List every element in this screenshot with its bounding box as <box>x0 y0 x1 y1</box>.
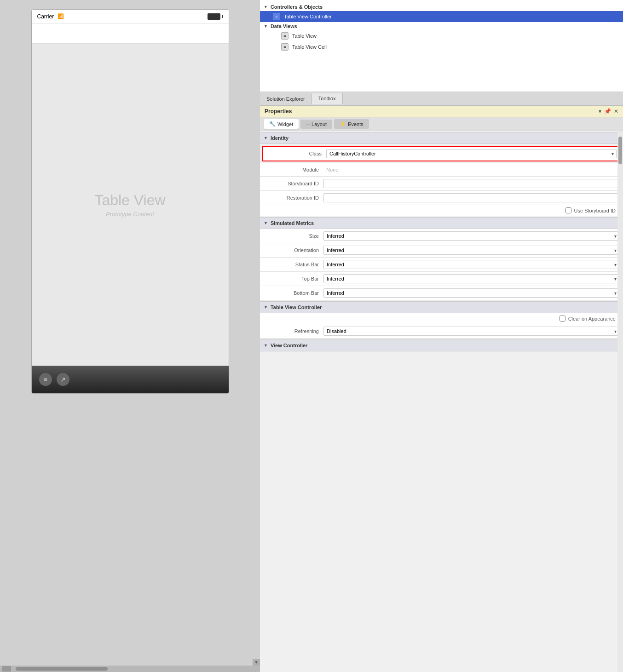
use-storyboard-id-row: Use Storyboard ID <box>260 205 623 216</box>
tree-item-table-view-cell[interactable]: ≡ Table View Cell <box>260 41 623 52</box>
prop-tab-layout[interactable]: ═ Layout <box>300 120 332 129</box>
widget-label: Widget <box>277 121 293 127</box>
battery-tip <box>222 15 223 18</box>
nav-bar <box>32 23 229 44</box>
scroll-left-arrow[interactable] <box>2 666 11 672</box>
bottom-bar-select[interactable]: Inferred <box>323 288 619 298</box>
storyboard-id-input[interactable] <box>323 179 619 188</box>
properties-title-icons: ▾ 📌 ✕ <box>599 108 618 115</box>
top-bar-label: Top Bar <box>264 276 323 281</box>
restoration-id-label: Restoration ID <box>264 195 323 201</box>
canvas-scroll-down[interactable]: ▼ <box>253 659 260 666</box>
class-row: Class CallHistoryController <box>262 146 621 161</box>
battery-icon <box>208 13 223 20</box>
top-bar-row: Top Bar Inferred <box>260 272 623 286</box>
properties-dropdown-icon[interactable]: ▾ <box>599 108 601 115</box>
view-controller-triangle: ▼ <box>264 343 268 348</box>
canvas-panel: Carrier 📶 Table View Prototype Content ≡… <box>0 0 260 672</box>
size-row: Size Inferred <box>260 229 623 243</box>
prop-tab-widget[interactable]: 🔧 Widget <box>264 119 299 129</box>
clear-on-appearance-checkbox[interactable] <box>560 316 565 322</box>
top-bar-select[interactable]: Inferred <box>323 274 619 283</box>
data-views-header[interactable]: ▼ Data Views <box>260 22 623 30</box>
orientation-select-wrapper: Inferred <box>323 246 619 255</box>
scrollbar-thumb-v[interactable] <box>618 137 622 164</box>
module-row: Module None <box>260 163 623 177</box>
properties-content: ▼ Identity Class CallHistoryController M… <box>260 131 623 672</box>
class-select-wrapper: CallHistoryController <box>326 149 617 158</box>
menu-icon[interactable]: ≡ <box>39 373 52 386</box>
table-view-controller-section-title: Table View Controller <box>271 304 322 310</box>
storyboard-id-row: Storyboard ID <box>260 177 623 191</box>
simulated-metrics-title: Simulated Metrics <box>271 220 314 226</box>
tab-toolbox[interactable]: Toolbox <box>312 93 343 104</box>
tree-item-table-view[interactable]: ≡ Table View <box>260 30 623 41</box>
layout-label: Layout <box>312 121 327 127</box>
table-view-cell-icon: ≡ <box>281 43 288 51</box>
properties-pin-icon[interactable]: 📌 <box>604 108 611 115</box>
events-label: Events <box>348 121 363 127</box>
layout-icon: ═ <box>306 121 310 127</box>
size-select-wrapper: Inferred <box>323 231 619 241</box>
restoration-id-input[interactable] <box>323 193 619 202</box>
size-select[interactable]: Inferred <box>323 231 619 241</box>
table-view-icon: ≡ <box>281 32 288 40</box>
table-view-controller-section-header[interactable]: ▼ Table View Controller <box>260 301 623 313</box>
properties-panel: Properties ▾ 📌 ✕ 🔧 Widget ═ Layout <box>260 106 623 672</box>
view-controller-section-title: View Controller <box>271 343 307 348</box>
prop-tab-events[interactable]: ⚡ Events <box>334 119 369 129</box>
canvas-scrollbar-thumb[interactable] <box>16 667 108 671</box>
module-label: Module <box>264 167 323 172</box>
controllers-objects-header[interactable]: ▼ Controllers & Objects <box>260 3 623 11</box>
canvas-scrollbar[interactable] <box>0 666 260 672</box>
tab-solution-explorer[interactable]: Solution Explorer <box>260 94 312 104</box>
tree-item-table-view-controller[interactable]: ≡ Table View Controller <box>260 11 623 22</box>
controllers-triangle: ▼ <box>264 5 268 9</box>
refreshing-select[interactable]: Disabled <box>323 327 619 336</box>
identity-section-header[interactable]: ▼ Identity <box>260 132 623 144</box>
refreshing-label: Refreshing <box>264 328 323 334</box>
identity-triangle: ▼ <box>264 136 268 140</box>
status-bar-select-wrapper: Inferred <box>323 260 619 269</box>
orientation-label: Orientation <box>264 247 323 253</box>
use-storyboard-id-checkbox[interactable] <box>565 207 571 213</box>
table-view-controller-icon: ≡ <box>273 13 280 20</box>
right-panel-wrapper: ▼ Controllers & Objects ≡ Table View Con… <box>260 0 623 672</box>
status-bar-select[interactable]: Inferred <box>323 260 619 269</box>
bottom-bar-select-wrapper: Inferred <box>323 288 619 298</box>
wifi-icon: 📶 <box>58 13 64 19</box>
bottom-bar-row: Bottom Bar Inferred <box>260 286 623 300</box>
class-label: Class <box>266 151 326 156</box>
simulated-metrics-header[interactable]: ▼ Simulated Metrics <box>260 217 623 229</box>
clear-on-appearance-label: Clear on Appearance <box>568 316 616 322</box>
controllers-objects-title: Controllers & Objects <box>271 4 323 10</box>
restoration-id-row: Restoration ID <box>260 191 623 205</box>
identity-section-title: Identity <box>271 135 288 141</box>
table-view-cell-label: Table View Cell <box>292 44 327 50</box>
size-label: Size <box>264 233 323 239</box>
properties-title-bar: Properties ▾ 📌 ✕ <box>260 106 623 117</box>
iphone-mockup: Carrier 📶 Table View Prototype Content ≡… <box>31 9 229 394</box>
events-icon: ⚡ <box>340 121 346 127</box>
table-view-label: Table View <box>94 192 165 209</box>
view-controller-section-header[interactable]: ▼ View Controller <box>260 339 623 351</box>
module-value: None <box>323 166 341 174</box>
status-bar-row: Status Bar Inferred <box>260 258 623 272</box>
class-select[interactable]: CallHistoryController <box>326 149 617 158</box>
battery-body <box>208 13 220 20</box>
table-view-label: Table View <box>292 33 317 39</box>
data-views-triangle: ▼ <box>264 24 268 29</box>
iphone-status-bar: Carrier 📶 <box>32 10 229 23</box>
clear-on-appearance-row: Clear on Appearance <box>260 313 623 324</box>
iphone-bottom-bar: ≡ ↗ <box>32 366 229 393</box>
carrier-label: Carrier <box>37 13 54 20</box>
orientation-select[interactable]: Inferred <box>323 246 619 255</box>
properties-close-icon[interactable]: ✕ <box>614 108 618 115</box>
status-bar-label: Status Bar <box>264 262 323 267</box>
storyboard-id-label: Storyboard ID <box>264 181 323 186</box>
use-storyboard-id-label: Use Storyboard ID <box>574 208 616 213</box>
refreshing-select-wrapper: Disabled <box>323 327 619 336</box>
orientation-row: Orientation Inferred <box>260 243 623 258</box>
properties-scrollbar[interactable] <box>617 131 623 672</box>
exit-icon[interactable]: ↗ <box>57 373 69 386</box>
